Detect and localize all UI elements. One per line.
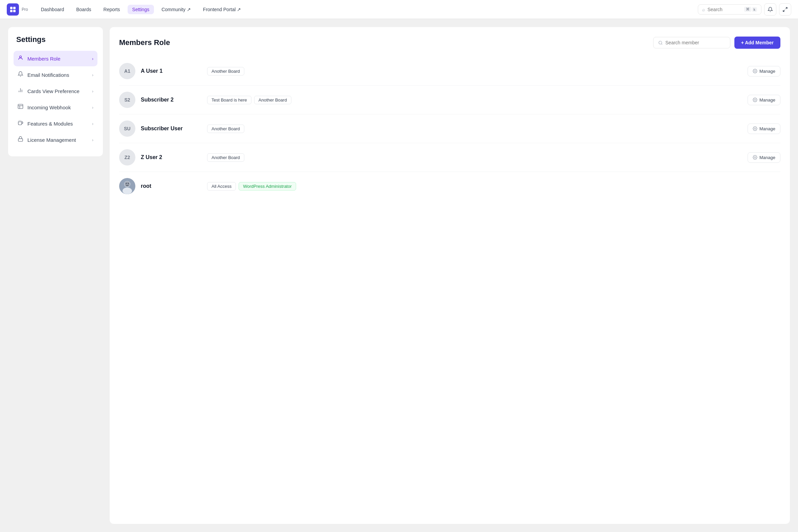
member-row-a1: A1 A User 1 Another Board Manage bbox=[119, 57, 780, 86]
member-name-a1: A User 1 bbox=[141, 68, 202, 74]
nav-settings[interactable]: Settings bbox=[128, 5, 154, 14]
add-member-button[interactable]: + Add Member bbox=[734, 37, 780, 49]
search-member-input[interactable] bbox=[665, 40, 725, 45]
global-search-box[interactable]: ⌕ ⌘ k bbox=[698, 4, 762, 15]
member-tags-z2: Another Board bbox=[207, 153, 742, 162]
topnav: Pro Dashboard Boards Reports Settings Co… bbox=[0, 0, 798, 19]
chevron-right-icon-1: › bbox=[92, 72, 93, 77]
sidebar-item-license[interactable]: License Management › bbox=[14, 132, 97, 148]
logo-pro-label: Pro bbox=[22, 7, 28, 12]
nav-community[interactable]: Community ↗ bbox=[157, 5, 196, 14]
chevron-right-icon-2: › bbox=[92, 89, 93, 94]
svg-point-20 bbox=[754, 99, 756, 100]
svg-line-5 bbox=[783, 10, 785, 12]
nav-frontend-portal[interactable]: Frontend Portal ↗ bbox=[198, 5, 246, 14]
svg-rect-16 bbox=[18, 139, 23, 141]
search-shortcut: ⌘ k bbox=[744, 7, 757, 12]
sidebar-label-license: License Management bbox=[27, 137, 76, 143]
license-icon bbox=[18, 136, 23, 144]
tag-all-access-root: All Access bbox=[207, 182, 236, 191]
cards-view-icon bbox=[18, 87, 23, 95]
chevron-right-icon-3: › bbox=[92, 105, 93, 110]
svg-rect-10 bbox=[18, 104, 23, 109]
svg-point-22 bbox=[754, 157, 756, 158]
svg-line-18 bbox=[661, 44, 662, 44]
svg-point-21 bbox=[754, 128, 756, 129]
main-content: Members Role + Add Member A1 A User 1 An… bbox=[110, 27, 790, 524]
sidebar-item-left: Members Role bbox=[18, 55, 61, 62]
nav-dashboard[interactable]: Dashboard bbox=[36, 5, 69, 14]
member-name-z2: Z User 2 bbox=[141, 154, 202, 160]
svg-rect-2 bbox=[10, 10, 13, 12]
chevron-right-icon-5: › bbox=[92, 137, 93, 142]
members-role-icon bbox=[18, 55, 23, 62]
tag-another-board-a1: Another Board bbox=[207, 67, 244, 75]
member-tags-a1: Another Board bbox=[207, 67, 742, 75]
main-layout: Settings Members Role › bbox=[0, 19, 798, 532]
search-icon: ⌕ bbox=[702, 7, 705, 12]
sidebar-item-left-5: License Management bbox=[18, 136, 76, 144]
svg-point-28 bbox=[128, 183, 129, 184]
sidebar-item-email-notifications[interactable]: Email Notifications › bbox=[14, 67, 97, 82]
member-row-z2: Z2 Z User 2 Another Board Manage bbox=[119, 143, 780, 172]
nav-boards[interactable]: Boards bbox=[71, 5, 96, 14]
svg-rect-3 bbox=[13, 10, 16, 12]
avatar-root bbox=[119, 178, 135, 194]
svg-point-26 bbox=[125, 182, 130, 187]
sidebar-item-members-role[interactable]: Members Role › bbox=[14, 51, 97, 66]
avatar-a1: A1 bbox=[119, 63, 135, 79]
svg-rect-1 bbox=[13, 7, 16, 9]
manage-button-a1[interactable]: Manage bbox=[747, 66, 780, 76]
member-name-root: root bbox=[141, 183, 202, 189]
content-header: Members Role + Add Member bbox=[119, 37, 780, 49]
sidebar: Settings Members Role › bbox=[8, 27, 103, 156]
page-title: Members Role bbox=[119, 38, 170, 47]
logo-wrap[interactable]: Pro bbox=[7, 3, 28, 16]
tag-test-board-s2: Test Board is here bbox=[207, 96, 251, 104]
member-row-root: root All Access WordPress Administrator bbox=[119, 172, 780, 200]
sidebar-item-incoming-webhook[interactable]: Incoming Webhook › bbox=[14, 99, 97, 115]
member-tags-s2: Test Board is here Another Board bbox=[207, 96, 742, 104]
fullscreen-button[interactable] bbox=[779, 3, 791, 16]
search-member-box[interactable] bbox=[653, 37, 730, 49]
email-notifications-icon bbox=[18, 71, 23, 78]
search-input[interactable] bbox=[708, 7, 741, 12]
sidebar-item-features-modules[interactable]: Features & Modules › bbox=[14, 116, 97, 131]
svg-line-4 bbox=[785, 7, 787, 9]
svg-point-25 bbox=[122, 188, 132, 194]
logo-icon bbox=[7, 3, 19, 16]
tag-another-board-s2: Another Board bbox=[254, 96, 291, 104]
sidebar-item-left-1: Email Notifications bbox=[18, 71, 69, 78]
chevron-right-icon-0: › bbox=[92, 56, 93, 61]
svg-point-27 bbox=[126, 183, 127, 184]
manage-button-z2[interactable]: Manage bbox=[747, 152, 780, 163]
avatar-z2: Z2 bbox=[119, 149, 135, 166]
sidebar-item-cards-view[interactable]: Cards View Preference › bbox=[14, 83, 97, 99]
tag-another-board-z2: Another Board bbox=[207, 153, 244, 162]
gear-icon-a1 bbox=[753, 69, 757, 73]
avatar-su: SU bbox=[119, 120, 135, 137]
search-member-icon bbox=[658, 40, 663, 45]
gear-icon-su bbox=[753, 126, 757, 131]
nav-reports[interactable]: Reports bbox=[99, 5, 125, 14]
member-row-su: SU Subscriber User Another Board Manage bbox=[119, 114, 780, 143]
manage-button-s2[interactable]: Manage bbox=[747, 95, 780, 105]
member-tags-root: All Access WordPress Administrator bbox=[207, 182, 780, 191]
svg-point-6 bbox=[20, 56, 22, 58]
incoming-webhook-icon bbox=[18, 103, 23, 111]
member-row-s2: S2 Subscriber 2 Test Board is here Anoth… bbox=[119, 86, 780, 114]
sidebar-label-email: Email Notifications bbox=[27, 72, 69, 78]
avatar-s2: S2 bbox=[119, 92, 135, 108]
sidebar-item-left-3: Incoming Webhook bbox=[18, 103, 71, 111]
gear-icon-s2 bbox=[753, 97, 757, 102]
member-tags-su: Another Board bbox=[207, 125, 742, 133]
tag-wp-admin-root: WordPress Administrator bbox=[239, 182, 296, 191]
tag-another-board-su: Another Board bbox=[207, 125, 244, 133]
member-name-s2: Subscriber 2 bbox=[141, 97, 202, 103]
sidebar-label-members-role: Members Role bbox=[27, 56, 61, 62]
manage-button-su[interactable]: Manage bbox=[747, 124, 780, 134]
sidebar-item-left-2: Cards View Preference bbox=[18, 87, 79, 95]
notification-button[interactable] bbox=[764, 3, 776, 16]
header-right: + Add Member bbox=[653, 37, 780, 49]
sidebar-label-cards: Cards View Preference bbox=[27, 88, 79, 94]
